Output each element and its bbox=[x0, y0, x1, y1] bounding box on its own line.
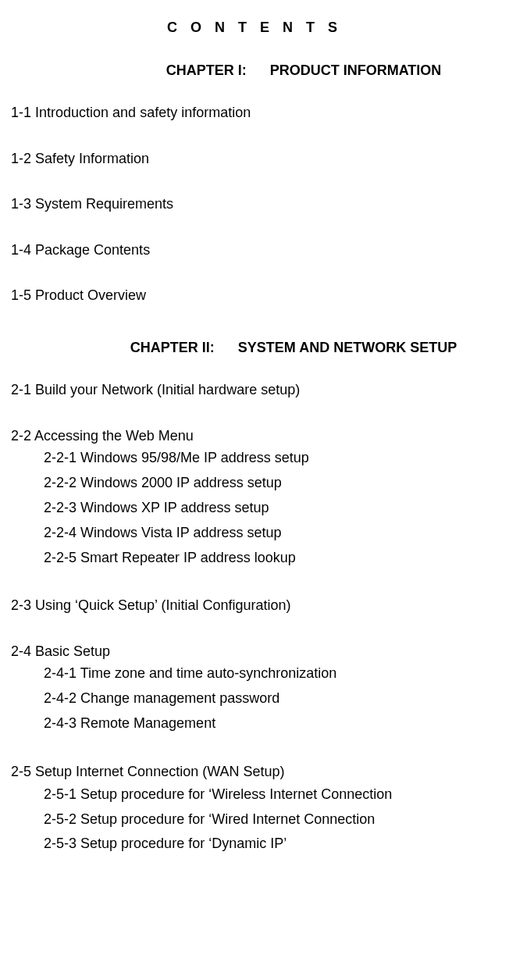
page-title: C O N T E N T S bbox=[11, 19, 498, 37]
subsection-title: Windows 2000 IP address setup bbox=[80, 475, 282, 490]
toc-section: 1-3 System Requirements bbox=[11, 195, 498, 213]
section-number: 2-4 bbox=[11, 643, 31, 659]
subsection-number: 2-4-1 bbox=[44, 665, 77, 681]
section-title: Safety Information bbox=[35, 151, 149, 166]
subsection-number: 2-2-3 bbox=[44, 500, 77, 515]
section-number: 1-4 bbox=[11, 242, 31, 258]
section-title: Package Contents bbox=[35, 242, 150, 258]
subsection-number: 2-4-3 bbox=[44, 715, 77, 731]
toc-section: 1-2 Safety Information bbox=[11, 150, 498, 168]
section-title: Basic Setup bbox=[35, 643, 110, 659]
toc-section: 1-5 Product Overview bbox=[11, 287, 498, 305]
subsection-title: Change management password bbox=[80, 690, 279, 706]
toc-subsection: 2-2-5 Smart Repeater IP address lookup bbox=[44, 547, 498, 569]
subsection-title: Time zone and time auto-synchronization bbox=[80, 665, 337, 681]
section-number: 1-3 bbox=[11, 196, 31, 212]
chapter-name: PRODUCT INFORMATION bbox=[270, 62, 442, 78]
toc-section: 2-1 Build your Network (Initial hardware… bbox=[11, 381, 498, 399]
subsection-title: Remote Management bbox=[80, 715, 215, 731]
section-title: Setup Internet Connection (WAN Setup) bbox=[35, 764, 285, 779]
chapter-label: CHAPTER I: bbox=[166, 62, 247, 78]
section-number: 1-5 bbox=[11, 287, 31, 303]
section-number: 2-5 bbox=[11, 764, 31, 779]
toc-subsection: 2-2-1 Windows 95/98/Me IP address setup bbox=[44, 447, 498, 469]
section-title: System Requirements bbox=[35, 196, 173, 212]
section-title: Build your Network (Initial hardware set… bbox=[35, 382, 300, 397]
subsection-title: Setup procedure for ‘Dynamic IP’ bbox=[80, 836, 287, 851]
subsection-title: Windows Vista IP address setup bbox=[80, 525, 281, 540]
subsection-number: 2-2-5 bbox=[44, 550, 77, 565]
toc-section: 2-2 Accessing the Web Menu 2-2-1 Windows… bbox=[11, 427, 498, 569]
chapter-heading: CHAPTER I: PRODUCT INFORMATION bbox=[11, 62, 498, 80]
toc-subsection: 2-2-4 Windows Vista IP address setup bbox=[44, 522, 498, 544]
section-number: 2-2 bbox=[11, 428, 31, 444]
subsection-number: 2-5-3 bbox=[44, 836, 77, 851]
subsection-title: Setup procedure for ‘Wireless Internet C… bbox=[80, 786, 392, 802]
toc-subsection: 2-4-1 Time zone and time auto-synchroniz… bbox=[44, 663, 498, 685]
subsection-title: Smart Repeater IP address lookup bbox=[80, 550, 296, 565]
toc-subsection: 2-5-2 Setup procedure for ‘Wired Interne… bbox=[44, 809, 498, 831]
document-page: C O N T E N T S CHAPTER I: PRODUCT INFOR… bbox=[0, 0, 509, 980]
toc-subsection: 2-2-2 Windows 2000 IP address setup bbox=[44, 472, 498, 494]
section-title: Product Overview bbox=[35, 287, 146, 303]
subsection-number: 2-5-1 bbox=[44, 786, 77, 802]
toc-subsection: 2-4-3 Remote Management bbox=[44, 713, 498, 735]
toc-section: 1-1 Introduction and safety information bbox=[11, 104, 498, 122]
subsection-title: Windows 95/98/Me IP address setup bbox=[80, 450, 309, 465]
subsection-number: 2-2-2 bbox=[44, 475, 77, 490]
section-number: 1-2 bbox=[11, 151, 31, 166]
section-title: Using ‘Quick Setup’ (Initial Configurati… bbox=[35, 597, 290, 613]
chapter-name: SYSTEM AND NETWORK SETUP bbox=[238, 340, 457, 355]
subsection-number: 2-4-2 bbox=[44, 690, 77, 706]
toc-subsection: 2-5-1 Setup procedure for ‘Wireless Inte… bbox=[44, 784, 498, 806]
section-number: 2-1 bbox=[11, 382, 31, 397]
toc-subsection: 2-2-3 Windows XP IP address setup bbox=[44, 497, 498, 519]
section-title: Accessing the Web Menu bbox=[34, 428, 194, 444]
subsection-title: Windows XP IP address setup bbox=[80, 500, 269, 515]
toc-subsection: 2-5-3 Setup procedure for ‘Dynamic IP’ bbox=[44, 833, 498, 855]
subsection-number: 2-2-1 bbox=[44, 450, 77, 465]
section-title: Introduction and safety information bbox=[35, 105, 251, 120]
toc-subsection: 2-4-2 Change management password bbox=[44, 688, 498, 710]
toc-section: 1-4 Package Contents bbox=[11, 241, 498, 259]
section-number: 2-3 bbox=[11, 597, 31, 613]
section-number: 1-1 bbox=[11, 105, 31, 120]
toc-section: 2-4 Basic Setup 2-4-1 Time zone and time… bbox=[11, 643, 498, 735]
subsection-title: Setup procedure for ‘Wired Internet Conn… bbox=[80, 811, 375, 827]
subsection-number: 2-2-4 bbox=[44, 525, 77, 540]
chapter-label: CHAPTER II: bbox=[130, 340, 215, 355]
chapter-block: CHAPTER II: SYSTEM AND NETWORK SETUP 2-1… bbox=[11, 339, 498, 856]
toc-section: 2-5 Setup Internet Connection (WAN Setup… bbox=[11, 763, 498, 855]
toc-section: 2-3 Using ‘Quick Setup’ (Initial Configu… bbox=[11, 597, 498, 615]
subsection-number: 2-5-2 bbox=[44, 811, 77, 827]
chapter-heading: CHAPTER II: SYSTEM AND NETWORK SETUP bbox=[11, 339, 498, 357]
